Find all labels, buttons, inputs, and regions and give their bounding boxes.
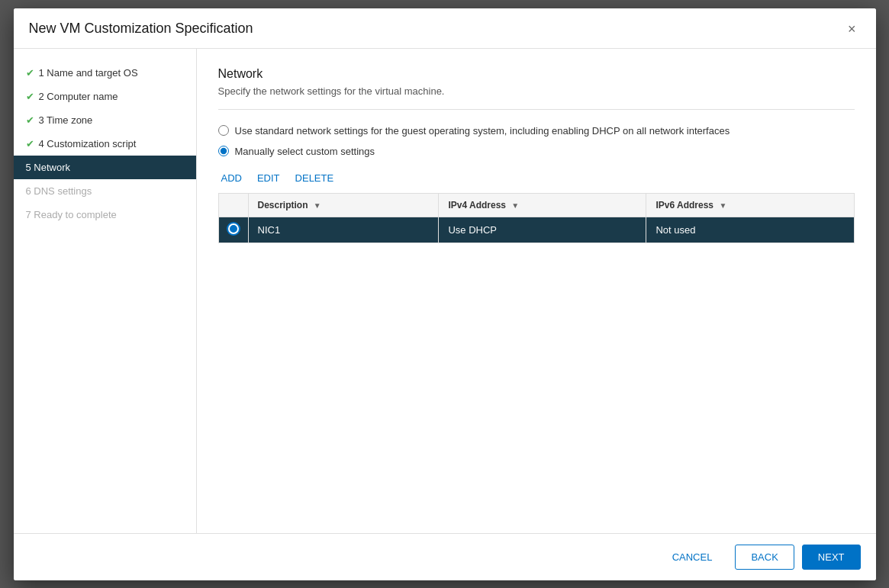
row-description: NIC1: [248, 217, 439, 243]
sidebar-item-label-7: 7 Ready to complete: [26, 209, 117, 220]
table-row[interactable]: NIC1 Use DHCP Not used: [218, 217, 854, 243]
sidebar-item-customization-script[interactable]: ✔ 4 Customization script: [14, 132, 196, 156]
sidebar-item-label-4: 4 Customization script: [39, 138, 137, 149]
next-button[interactable]: NEXT: [802, 545, 861, 570]
sidebar-item-network[interactable]: 5 Network: [14, 156, 196, 179]
check-icon-1: ✔: [26, 67, 34, 79]
back-button[interactable]: BACK: [735, 545, 794, 570]
radio-standard-input[interactable]: [218, 125, 229, 136]
col-description[interactable]: Description ▼: [248, 193, 439, 217]
check-icon-3: ✔: [26, 114, 34, 126]
check-icon-2: ✔: [26, 91, 34, 102]
sidebar-item-ready-to-complete[interactable]: 7 Ready to complete: [14, 203, 196, 227]
radio-custom-label: Manually select custom settings: [235, 146, 375, 157]
sidebar: ✔ 1 Name and target OS ✔ 2 Computer name…: [14, 49, 197, 533]
row-indicator-cell: [218, 217, 248, 243]
add-button[interactable]: ADD: [221, 172, 242, 184]
dialog-header: New VM Customization Specification ×: [14, 8, 876, 49]
row-ipv4: Use DHCP: [439, 217, 646, 243]
section-description: Specify the network settings for the vir…: [218, 85, 855, 110]
col-ipv6[interactable]: IPv6 Address ▼: [646, 193, 854, 217]
sidebar-item-dns-settings[interactable]: 6 DNS settings: [14, 179, 196, 203]
main-content: Network Specify the network settings for…: [197, 49, 876, 533]
col-indicator: [218, 193, 248, 217]
sidebar-item-label-5: 5 Network: [26, 162, 71, 173]
radio-custom[interactable]: Manually select custom settings: [218, 146, 855, 157]
sidebar-item-label-1: 1 Name and target OS: [39, 67, 138, 79]
filter-icon-description: ▼: [314, 201, 321, 210]
radio-standard-label: Use standard network settings for the gu…: [235, 125, 730, 137]
check-icon-4: ✔: [26, 138, 34, 149]
network-table: Description ▼ IPv4 Address ▼ IPv6 Addres…: [218, 193, 855, 243]
delete-button[interactable]: DELETE: [295, 172, 334, 184]
sidebar-item-label-6: 6 DNS settings: [26, 185, 92, 197]
table-header-row: Description ▼ IPv4 Address ▼ IPv6 Addres…: [218, 193, 854, 217]
sidebar-item-name-target-os[interactable]: ✔ 1 Name and target OS: [14, 61, 196, 85]
dialog-title: New VM Customization Specification: [29, 21, 253, 37]
radio-custom-input[interactable]: [218, 146, 229, 156]
sidebar-item-computer-name[interactable]: ✔ 2 Computer name: [14, 85, 196, 108]
section-title: Network: [218, 67, 855, 81]
dialog-footer: CANCEL BACK NEXT: [14, 533, 876, 580]
filter-icon-ipv6: ▼: [719, 201, 726, 210]
dialog-body: ✔ 1 Name and target OS ✔ 2 Computer name…: [14, 49, 876, 533]
row-selected-dot: [228, 223, 239, 234]
sidebar-item-time-zone[interactable]: ✔ 3 Time zone: [14, 108, 196, 132]
sidebar-item-label-3: 3 Time zone: [39, 114, 93, 126]
filter-icon-ipv4: ▼: [511, 201, 519, 210]
cancel-button[interactable]: CANCEL: [657, 545, 728, 569]
close-button[interactable]: ×: [843, 21, 861, 37]
sidebar-item-label-2: 2 Computer name: [39, 91, 118, 102]
col-ipv4[interactable]: IPv4 Address ▼: [439, 193, 646, 217]
table-actions: ADD EDIT DELETE: [218, 172, 855, 184]
radio-standard[interactable]: Use standard network settings for the gu…: [218, 125, 855, 137]
row-ipv6: Not used: [646, 217, 854, 243]
dialog: New VM Customization Specification × ✔ 1…: [14, 8, 876, 580]
edit-button[interactable]: EDIT: [257, 172, 280, 184]
network-radio-group: Use standard network settings for the gu…: [218, 125, 855, 157]
